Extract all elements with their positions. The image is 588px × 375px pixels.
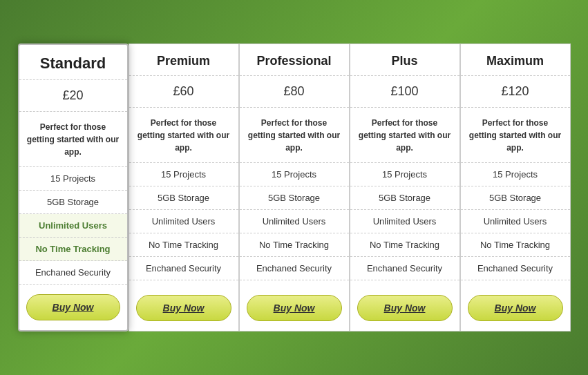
plan-feature-plus-no-time-tracking: No Time Tracking bbox=[350, 233, 459, 257]
plan-feature-premium-unlimited-users: Unlimited Users bbox=[129, 210, 238, 233]
plan-feature-premium-enchaned-security: Enchaned Security bbox=[129, 257, 238, 280]
plan-description-premium: Perfect for those getting started with o… bbox=[129, 108, 238, 163]
plan-description-professional: Perfect for those getting started with o… bbox=[240, 108, 349, 163]
plan-card-premium: Premium£60Perfect for those getting star… bbox=[129, 44, 239, 331]
plan-feature-maximum-5gb-storage: 5GB Storage bbox=[461, 186, 570, 210]
buy-btn-container-premium: Buy Now bbox=[129, 285, 238, 331]
plan-feature-premium-no-time-tracking: No Time Tracking bbox=[129, 233, 238, 257]
plan-card-maximum: Maximum£120Perfect for those getting sta… bbox=[460, 44, 571, 331]
plan-card-standard: Standard£20Perfect for those getting sta… bbox=[18, 44, 129, 331]
plan-feature-plus-enchaned-security: Enchaned Security bbox=[350, 257, 459, 280]
plan-feature-plus-15-projects: 15 Projects bbox=[350, 163, 459, 186]
plan-feature-standard-enchaned-security: Enchaned Security bbox=[19, 261, 127, 285]
plan-feature-premium-5gb-storage: 5GB Storage bbox=[129, 186, 238, 210]
plan-feature-maximum-15-projects: 15 Projects bbox=[461, 163, 570, 186]
plan-feature-standard-unlimited-users: Unlimited Users bbox=[19, 214, 127, 238]
plan-description-maximum: Perfect for those getting started with o… bbox=[461, 108, 570, 163]
plan-feature-standard-15-projects: 15 Projects bbox=[19, 167, 127, 191]
plan-price-maximum: £120 bbox=[461, 76, 570, 108]
buy-btn-plus[interactable]: Buy Now bbox=[357, 295, 453, 321]
plan-description-standard: Perfect for those getting started with o… bbox=[19, 112, 127, 167]
plan-card-professional: Professional£80Perfect for those getting… bbox=[239, 44, 350, 331]
plan-feature-maximum-unlimited-users: Unlimited Users bbox=[461, 210, 570, 233]
plan-feature-standard-no-time-tracking: No Time Tracking bbox=[19, 238, 127, 261]
plan-feature-maximum-no-time-tracking: No Time Tracking bbox=[461, 233, 570, 257]
buy-btn-container-plus: Buy Now bbox=[350, 285, 459, 331]
buy-btn-container-professional: Buy Now bbox=[240, 285, 349, 331]
plan-feature-premium-15-projects: 15 Projects bbox=[129, 163, 238, 186]
plan-price-standard: £20 bbox=[19, 80, 127, 112]
plan-price-premium: £60 bbox=[129, 76, 238, 108]
plan-price-plus: £100 bbox=[350, 76, 459, 108]
buy-btn-maximum[interactable]: Buy Now bbox=[468, 295, 563, 321]
plan-price-professional: £80 bbox=[240, 76, 349, 108]
buy-btn-premium[interactable]: Buy Now bbox=[136, 295, 231, 321]
plan-name-professional: Professional bbox=[240, 44, 349, 76]
plan-name-premium: Premium bbox=[129, 44, 238, 76]
plan-feature-professional-15-projects: 15 Projects bbox=[240, 163, 349, 186]
buy-btn-container-maximum: Buy Now bbox=[461, 285, 570, 331]
plan-name-plus: Plus bbox=[350, 44, 459, 76]
plan-feature-professional-5gb-storage: 5GB Storage bbox=[240, 186, 349, 210]
pricing-table: Standard£20Perfect for those getting sta… bbox=[18, 44, 571, 331]
plan-feature-plus-5gb-storage: 5GB Storage bbox=[350, 186, 459, 210]
buy-btn-container-standard: Buy Now bbox=[19, 285, 127, 330]
plan-name-maximum: Maximum bbox=[461, 44, 570, 76]
plan-description-plus: Perfect for those getting started with o… bbox=[350, 108, 459, 163]
plan-feature-professional-no-time-tracking: No Time Tracking bbox=[240, 233, 349, 257]
plan-name-standard: Standard bbox=[19, 45, 127, 80]
plan-feature-professional-enchaned-security: Enchaned Security bbox=[240, 257, 349, 280]
plan-feature-professional-unlimited-users: Unlimited Users bbox=[240, 210, 349, 233]
plan-feature-standard-5gb-storage: 5GB Storage bbox=[19, 191, 127, 214]
plan-card-plus: Plus£100Perfect for those getting starte… bbox=[350, 44, 460, 331]
plan-feature-plus-unlimited-users: Unlimited Users bbox=[350, 210, 459, 233]
plan-feature-maximum-enchaned-security: Enchaned Security bbox=[461, 257, 570, 280]
buy-btn-standard[interactable]: Buy Now bbox=[26, 294, 120, 320]
buy-btn-professional[interactable]: Buy Now bbox=[247, 295, 342, 321]
